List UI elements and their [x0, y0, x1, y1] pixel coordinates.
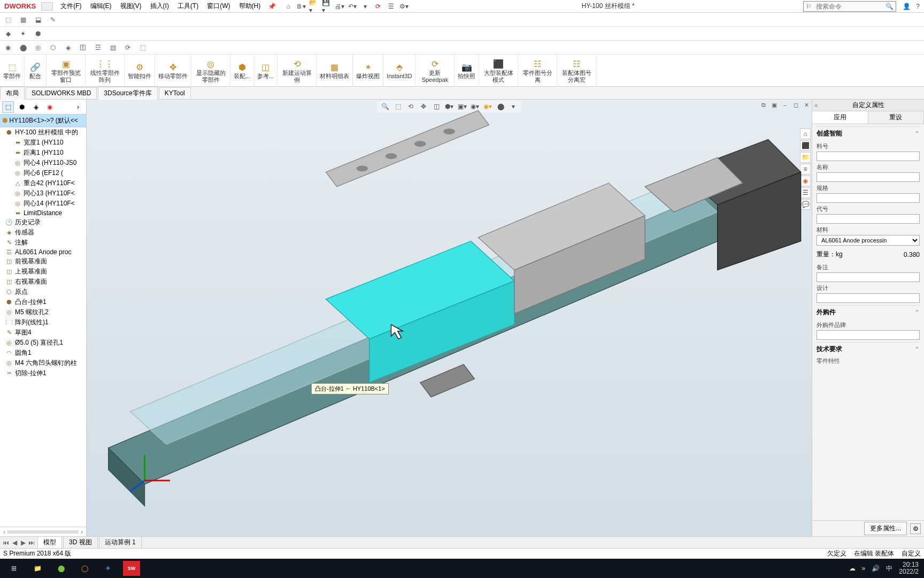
- home-icon[interactable]: ⌂: [283, 2, 293, 11]
- tab-apply[interactable]: 应用: [812, 111, 868, 124]
- tree-item[interactable]: ◠圆角1: [0, 348, 86, 358]
- caret-icon[interactable]: ⌃: [914, 309, 920, 316]
- cmdtab-mbd[interactable]: SOLIDWORKS MBD: [26, 87, 97, 98]
- tb3-icon-7[interactable]: ☲: [93, 43, 103, 52]
- ribbon-mate[interactable]: 🔗配合: [25, 55, 47, 86]
- input-design[interactable]: [817, 293, 920, 303]
- search-icon[interactable]: 🔍: [883, 3, 896, 10]
- scroll-right-icon[interactable]: ›: [81, 528, 83, 536]
- tree-item[interactable]: △重合42 (HY110F<: [0, 178, 86, 188]
- ribbon-pattern[interactable]: ⋮⋮线性零部件阵列: [86, 55, 125, 86]
- options-icon[interactable]: ☰: [386, 2, 396, 11]
- menu-file[interactable]: 文件(F): [56, 1, 86, 12]
- explorer-icon[interactable]: 📁: [29, 561, 46, 576]
- tb3-icon-2[interactable]: ⬤: [18, 43, 28, 52]
- pin-icon[interactable]: 📌: [265, 3, 279, 10]
- tb3-icon-1[interactable]: ◉: [3, 43, 13, 52]
- nav-prev-icon[interactable]: ◀: [11, 539, 18, 546]
- tree-item[interactable]: ⬌LimitDistance: [0, 209, 86, 217]
- cmdtab-kytool[interactable]: KYTool: [159, 87, 191, 98]
- menu-window[interactable]: 窗口(W): [203, 1, 234, 12]
- input-spec[interactable]: [817, 193, 920, 203]
- tray-ime[interactable]: 中: [886, 564, 892, 573]
- ribbon-asmnum[interactable]: ☷装配体图号分离宏: [557, 55, 596, 86]
- tb2-icon-2[interactable]: ✦: [18, 29, 28, 39]
- tree-item[interactable]: ◫前视基准面: [0, 256, 86, 267]
- select-icon[interactable]: ▾: [360, 2, 370, 11]
- btab-model[interactable]: 模型: [37, 536, 62, 549]
- tree-tab-feature[interactable]: ⬚: [2, 101, 14, 113]
- select-material[interactable]: AL6061 Anode processin: [817, 235, 920, 246]
- ribbon-snapshot[interactable]: 📷拍快照: [455, 55, 479, 86]
- ribbon-explode[interactable]: ✴爆炸视图: [353, 55, 383, 86]
- tb2-icon-1[interactable]: ◆: [3, 29, 13, 39]
- tray-volume-icon[interactable]: 🔊: [872, 565, 880, 572]
- tree-root-title[interactable]: ⬢ HY110B<1>->? (默认<<: [0, 115, 86, 127]
- nav-next-icon[interactable]: ▶: [19, 539, 27, 546]
- tab-reset[interactable]: 重设: [868, 111, 925, 124]
- caret-icon[interactable]: ⌃: [914, 130, 920, 138]
- ribbon-preview[interactable]: ▣零部件预览窗口: [47, 55, 86, 86]
- tree-tab-config[interactable]: ⬢: [16, 101, 28, 113]
- ribbon-move[interactable]: ✥移动零部件: [155, 55, 191, 86]
- tree-expand-icon[interactable]: ›: [72, 101, 84, 113]
- tb1-icon-3[interactable]: ⬓: [33, 15, 43, 25]
- tree-item[interactable]: ☲AL6061 Anode proc: [0, 248, 86, 256]
- ribbon-instant3d[interactable]: ⬘Instant3D: [383, 55, 415, 86]
- app-icon[interactable]: ◯: [76, 561, 93, 576]
- tree-item[interactable]: ✎注解: [0, 238, 86, 248]
- ribbon-ref[interactable]: ◫参考...: [254, 55, 278, 86]
- tb1-icon-4[interactable]: ✎: [48, 15, 58, 25]
- save-icon[interactable]: 💾▾: [322, 2, 332, 11]
- menu-help[interactable]: 帮助(H): [235, 1, 265, 12]
- cmdtab-3dsource[interactable]: 3DSource零件库: [98, 87, 157, 100]
- nav-first-icon[interactable]: ⏮: [2, 539, 10, 546]
- input-partno[interactable]: [817, 151, 920, 161]
- nav-last-icon[interactable]: ⏭: [28, 539, 35, 546]
- new-doc-icon[interactable]: [41, 2, 53, 11]
- tree-item[interactable]: ⋮⋮阵列(线性)1: [0, 317, 86, 328]
- settings-icon[interactable]: ⚙▾: [399, 2, 409, 11]
- menu-edit[interactable]: 编辑(E): [86, 1, 116, 12]
- tree-item[interactable]: ⬡原点: [0, 287, 86, 297]
- more-props-button[interactable]: 更多属性...: [864, 522, 907, 535]
- tb3-icon-8[interactable]: ▤: [108, 43, 118, 52]
- ribbon-bom[interactable]: ▦材料明细表: [317, 55, 353, 86]
- tree-item[interactable]: ✂切除-拉伸1: [0, 368, 86, 378]
- print-icon[interactable]: 🖨▾: [335, 2, 344, 11]
- rebuild-icon[interactable]: ⟳: [373, 2, 383, 11]
- btab-3dview[interactable]: 3D 视图: [63, 536, 98, 549]
- ribbon-speedpak[interactable]: ⟳更新Speedpak: [415, 55, 455, 86]
- chat-icon[interactable]: ✈: [99, 561, 117, 576]
- solidworks-icon[interactable]: SW: [123, 561, 140, 576]
- btab-motion[interactable]: 运动算例 1: [99, 536, 142, 549]
- tree-item[interactable]: ⬌宽度1 (HY110: [0, 138, 86, 148]
- caret-icon[interactable]: ⌃: [914, 346, 920, 353]
- ribbon-partnum[interactable]: ☷零件图号分离: [518, 55, 557, 86]
- tree-item[interactable]: ◎M5 螺纹孔2: [0, 307, 86, 317]
- tree-item[interactable]: 🕑历史记录: [0, 217, 86, 227]
- tree-item[interactable]: ◎同心13 (HY110F<: [0, 188, 86, 199]
- browser-icon[interactable]: ⬤: [52, 561, 70, 576]
- help-icon[interactable]: ?: [916, 3, 920, 10]
- tb3-icon-10[interactable]: ⬚: [138, 43, 148, 52]
- tree-item[interactable]: ⬢HY-100 丝杆模组 中的: [0, 127, 86, 138]
- tree-item[interactable]: ⬌距离1 (HY110: [0, 148, 86, 158]
- tree-item[interactable]: ◎同心14 (HY110F<: [0, 199, 86, 209]
- ribbon-asm[interactable]: ⬢装配...: [230, 55, 254, 86]
- tree-item[interactable]: ◫上视基准面: [0, 267, 86, 277]
- tree-tab-appearance[interactable]: ◉: [44, 101, 56, 113]
- tb3-icon-6[interactable]: ⚿: [78, 43, 88, 52]
- menu-insert[interactable]: 插入(I): [146, 1, 173, 12]
- viewport-3d[interactable]: 🔍 ⬚ ⟲ ✥ ◫ ⬢▾ ▣▾ ◉▾ ◉▾ ⬤ ▾ ⧉ ▣ – ◻ ✕ ⌂ ⬛ …: [87, 100, 812, 536]
- ribbon-largeAsm[interactable]: ⬛大型装配体模式: [479, 55, 518, 86]
- menu-tools[interactable]: 工具(T): [173, 1, 203, 12]
- menu-view[interactable]: 视图(V): [116, 1, 146, 12]
- user-icon[interactable]: 👤: [903, 3, 911, 10]
- ribbon-part[interactable]: ⬚零部件: [0, 55, 25, 86]
- config-icon[interactable]: ⚙: [910, 523, 921, 534]
- tb1-icon-1[interactable]: ⬚: [3, 15, 13, 25]
- input-code[interactable]: [817, 214, 920, 224]
- input-remark[interactable]: [817, 272, 920, 282]
- tree-item[interactable]: ◫右视基准面: [0, 277, 86, 287]
